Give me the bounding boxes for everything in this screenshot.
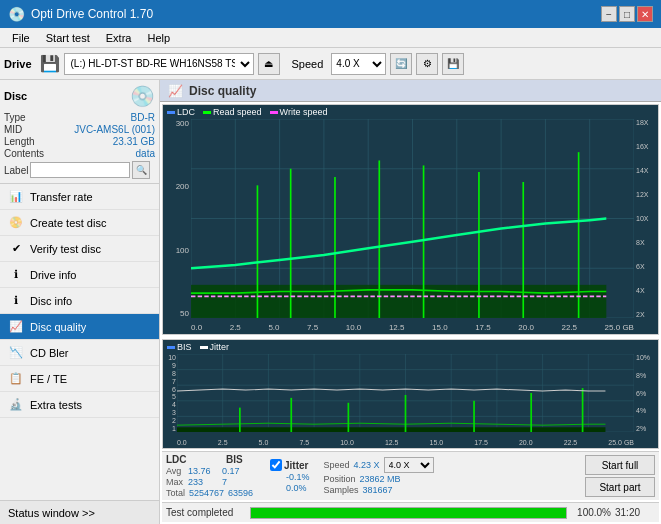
x-label-17-5: 17.5: [475, 323, 491, 332]
y2-10: 10: [168, 354, 176, 361]
jitter-checkbox[interactable]: [270, 459, 282, 471]
start-part-button[interactable]: Start part: [585, 477, 655, 497]
position-key: Position: [324, 474, 356, 484]
main-content: Disc 💿 Type BD-R MID JVC-AMS6L (001) Len…: [0, 80, 661, 524]
start-full-button[interactable]: Start full: [585, 455, 655, 475]
y2-right-4pct: 4%: [636, 407, 646, 414]
save-button[interactable]: 💾: [442, 53, 464, 75]
y2-5: 5: [172, 393, 176, 400]
total-ldc: 5254767: [189, 488, 224, 498]
y-right-14x: 14X: [636, 167, 648, 174]
sidebar-item-create-test-disc[interactable]: 📀 Create test disc: [0, 210, 159, 236]
create-test-icon: 📀: [8, 215, 24, 231]
label-key: Label: [4, 165, 28, 176]
toolbar: Drive 💾 (L:) HL-DT-ST BD-RE WH16NS58 TST…: [0, 48, 661, 80]
sidebar-item-cd-bler[interactable]: 📉 CD Bler: [0, 340, 159, 366]
sidebar-item-transfer-rate[interactable]: 📊 Transfer rate: [0, 184, 159, 210]
x-label-12-5: 12.5: [389, 323, 405, 332]
app-title: Opti Drive Control 1.70: [31, 7, 153, 21]
y-right-8x: 8X: [636, 239, 645, 246]
svg-marker-43: [177, 427, 605, 432]
y-label-300: 300: [176, 119, 189, 128]
minimize-button[interactable]: −: [601, 6, 617, 22]
sidebar-menu: 📊 Transfer rate 📀 Create test disc ✔ Ver…: [0, 184, 159, 500]
stats-bis-header: BIS: [226, 454, 256, 465]
y-right-10x: 10X: [636, 215, 648, 222]
menu-start-test[interactable]: Start test: [38, 30, 98, 46]
x-label-15: 15.0: [432, 323, 448, 332]
eject-button[interactable]: ⏏: [258, 53, 280, 75]
x2-10: 10.0: [340, 439, 354, 446]
content-header-icon: 📈: [168, 84, 183, 98]
total-bis: 63596: [228, 488, 253, 498]
sidebar-item-disc-quality[interactable]: 📈 Disc quality: [0, 314, 159, 340]
x2-2-5: 2.5: [218, 439, 228, 446]
y2-6: 6: [172, 386, 176, 393]
y-right-2x: 2X: [636, 311, 645, 318]
sidebar-item-extra-tests[interactable]: 🔬 Extra tests: [0, 392, 159, 418]
y-label-200: 200: [176, 182, 189, 191]
cd-bler-icon: 📉: [8, 345, 24, 361]
max-jitter: 0.0%: [270, 483, 310, 493]
y-label-100: 100: [176, 246, 189, 255]
ldc-chart: LDC Read speed Write speed 300 200 100: [162, 104, 659, 335]
contents-key: Contents: [4, 148, 44, 159]
label-search-button[interactable]: 🔍: [132, 161, 150, 179]
sidebar-item-verify-test-disc[interactable]: ✔ Verify test disc: [0, 236, 159, 262]
disc-section: Disc 💿 Type BD-R MID JVC-AMS6L (001) Len…: [0, 80, 159, 184]
drive-info-icon: ℹ: [8, 267, 24, 283]
jitter-legend-label: Jitter: [210, 342, 230, 352]
samples-value: 381667: [363, 485, 393, 495]
length-val: 23.31 GB: [113, 136, 155, 147]
max-label: Max: [166, 477, 184, 487]
speed-select-stats[interactable]: 4.0 X: [384, 457, 434, 473]
chart1-svg: [191, 119, 634, 318]
content-area: 📈 Disc quality LDC Read speed: [160, 80, 661, 524]
menu-help[interactable]: Help: [139, 30, 178, 46]
chart2-y-axis-right: 10% 8% 6% 4% 2%: [634, 354, 658, 432]
progress-percent: 100.0%: [571, 507, 611, 518]
refresh-button[interactable]: 🔄: [390, 53, 412, 75]
close-button[interactable]: ✕: [637, 6, 653, 22]
y-right-16x: 16X: [636, 143, 648, 150]
verify-test-icon: ✔: [8, 241, 24, 257]
sidebar-item-disc-info[interactable]: ℹ Disc info: [0, 288, 159, 314]
menu-extra[interactable]: Extra: [98, 30, 140, 46]
chart2-y-axis-left: 10 9 8 7 6 5 4 3 2 1: [163, 354, 177, 432]
status-window-button[interactable]: Status window >>: [0, 500, 159, 524]
sidebar-item-fe-te[interactable]: 📋 FE / TE: [0, 366, 159, 392]
x2-7-5: 7.5: [299, 439, 309, 446]
bis-legend-dot: [167, 346, 175, 349]
title-bar: 💿 Opti Drive Control 1.70 − □ ✕: [0, 0, 661, 28]
y2-1: 1: [172, 425, 176, 432]
sidebar-item-label-extra-tests: Extra tests: [30, 399, 82, 411]
menu-file[interactable]: File: [4, 30, 38, 46]
y-right-4x: 4X: [636, 287, 645, 294]
y2-right-2pct: 2%: [636, 425, 646, 432]
chart2-legend: BIS Jitter: [167, 342, 229, 352]
extra-tests-icon: 🔬: [8, 397, 24, 413]
read-speed-legend-label: Read speed: [213, 107, 262, 117]
sidebar: Disc 💿 Type BD-R MID JVC-AMS6L (001) Len…: [0, 80, 160, 524]
drive-icon: 💾: [40, 54, 60, 73]
sidebar-item-drive-info[interactable]: ℹ Drive info: [0, 262, 159, 288]
settings-button[interactable]: ⚙: [416, 53, 438, 75]
label-input[interactable]: [30, 162, 130, 178]
x2-17-5: 17.5: [474, 439, 488, 446]
x-label-10: 10.0: [346, 323, 362, 332]
y2-7: 7: [172, 378, 176, 385]
disc-quality-icon: 📈: [8, 319, 24, 335]
content-header: 📈 Disc quality: [160, 80, 661, 102]
app-icon: 💿: [8, 6, 25, 22]
speed-select[interactable]: 4.0 X: [331, 53, 386, 75]
drive-select[interactable]: (L:) HL-DT-ST BD-RE WH16NS58 TST4: [64, 53, 254, 75]
mid-val: JVC-AMS6L (001): [74, 124, 155, 135]
chart2-inner: [177, 354, 634, 432]
speed-key: Speed: [324, 460, 350, 470]
maximize-button[interactable]: □: [619, 6, 635, 22]
mid-key: MID: [4, 124, 22, 135]
fe-te-icon: 📋: [8, 371, 24, 387]
jitter-legend-dot: [200, 346, 208, 349]
x2-0: 0.0: [177, 439, 187, 446]
y2-3: 3: [172, 409, 176, 416]
